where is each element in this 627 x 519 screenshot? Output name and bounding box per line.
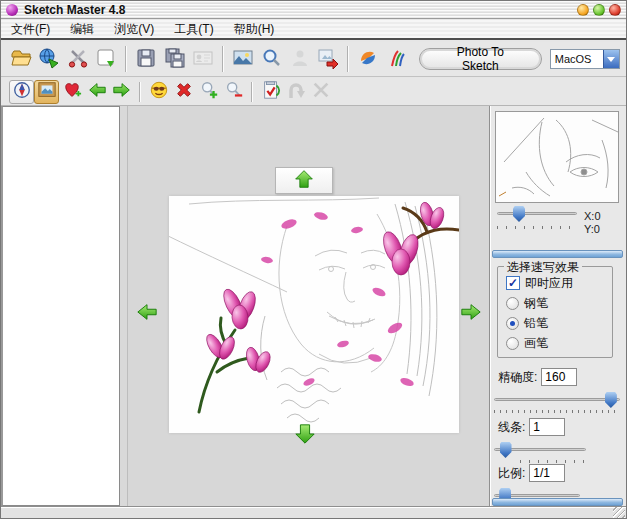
- x-coordinate: X:0: [584, 210, 601, 222]
- previous-button[interactable]: [84, 80, 109, 104]
- contact-card-button[interactable]: [189, 45, 217, 74]
- discard-button[interactable]: [308, 80, 333, 104]
- style-dropdown[interactable]: MacOS: [550, 49, 620, 69]
- pan-left-arrow-icon: [136, 301, 158, 326]
- slider-track[interactable]: [494, 398, 620, 401]
- pan-left-button[interactable]: [134, 300, 160, 326]
- slider-track[interactable]: [497, 212, 577, 215]
- launch-button[interactable]: [9, 80, 34, 104]
- lines-input[interactable]: [529, 418, 565, 436]
- red-x-icon: [174, 80, 194, 103]
- sketch-image: [169, 196, 459, 433]
- acquire-button[interactable]: [35, 45, 63, 74]
- paint-button[interactable]: [383, 45, 411, 74]
- save-as-icon: [164, 47, 186, 72]
- toolbar-separator: [125, 46, 127, 72]
- menu-tools[interactable]: 工具(T): [174, 21, 213, 38]
- panel-splitter[interactable]: [120, 106, 127, 506]
- lines-slider[interactable]: [494, 442, 586, 458]
- toolbar-separator: [347, 46, 349, 72]
- tools-button[interactable]: [64, 45, 92, 74]
- zoom-in-button[interactable]: [196, 80, 221, 104]
- pan-down-arrow-icon: [294, 423, 316, 448]
- menu-file[interactable]: 文件(F): [11, 21, 50, 38]
- precision-input[interactable]: [541, 368, 577, 386]
- toolbar-separator: [139, 82, 141, 102]
- navigation-toolbar: [1, 78, 626, 106]
- style-dropdown-value: MacOS: [551, 53, 603, 65]
- window-title: Sketch Master 4.8: [24, 3, 125, 17]
- menu-edit[interactable]: 编辑: [70, 21, 94, 38]
- pen-radio[interactable]: [506, 297, 519, 310]
- pan-right-arrow-icon: [460, 301, 482, 326]
- effect-group-title: 选择速写效果: [504, 259, 582, 276]
- preview-thumbnail: [495, 111, 619, 203]
- close-button[interactable]: [609, 4, 621, 16]
- maximize-button[interactable]: [593, 4, 605, 16]
- pan-up-button[interactable]: [275, 167, 333, 194]
- open-button[interactable]: [7, 45, 35, 74]
- pan-down-button[interactable]: [292, 422, 318, 448]
- brush-radio-label: 画笔: [524, 335, 548, 352]
- y-coordinate: Y:0: [584, 223, 600, 235]
- new-canvas-icon: [95, 47, 117, 72]
- zoom-out-icon: [224, 80, 244, 103]
- gray-x-icon: [311, 80, 331, 103]
- photo-to-sketch-button[interactable]: Photo To Sketch: [419, 48, 542, 70]
- slider-thumb[interactable]: [513, 206, 525, 222]
- panel-divider-bottom: [492, 498, 623, 506]
- ratio-input[interactable]: [529, 464, 565, 482]
- magnify-button[interactable]: [257, 45, 285, 74]
- slider-ticks: [494, 410, 620, 413]
- resize-grip[interactable]: [613, 507, 625, 519]
- favorite-add-button[interactable]: [59, 80, 84, 104]
- apply-button[interactable]: [258, 80, 283, 104]
- user-button[interactable]: [286, 45, 314, 74]
- preview-zoom-slider[interactable]: [497, 206, 577, 222]
- delete-button[interactable]: [171, 80, 196, 104]
- menu-help[interactable]: 帮助(H): [234, 21, 275, 38]
- precision-slider[interactable]: [494, 392, 620, 408]
- magnifier-icon: [261, 47, 283, 72]
- menu-view[interactable]: 浏览(V): [114, 21, 154, 38]
- save-as-button[interactable]: [160, 45, 188, 74]
- pencil-radio-label: 铅笔: [524, 315, 548, 332]
- pan-up-arrow-icon: [294, 169, 314, 192]
- new-canvas-button[interactable]: [92, 45, 120, 74]
- file-list-panel[interactable]: [1, 106, 120, 506]
- canvas-area: [127, 106, 489, 506]
- precision-label: 精确度:: [498, 369, 537, 386]
- contact-card-icon: [192, 47, 214, 72]
- minimize-button[interactable]: [577, 4, 589, 16]
- arrow-right-icon: [112, 80, 132, 103]
- toolbar-separator: [251, 82, 253, 102]
- zoom-out-button[interactable]: [221, 80, 246, 104]
- share-button[interactable]: [354, 45, 382, 74]
- pencil-radio[interactable]: [506, 317, 519, 330]
- slider-thumb[interactable]: [605, 392, 617, 408]
- title-bar[interactable]: Sketch Master 4.8: [1, 1, 626, 19]
- share-swirl-icon: [357, 47, 379, 72]
- image-icon: [232, 47, 254, 72]
- slider-thumb[interactable]: [500, 442, 512, 458]
- instant-apply-checkbox[interactable]: ✓: [506, 276, 520, 290]
- app-icon: [6, 4, 18, 16]
- toolbar-separator: [222, 46, 224, 72]
- dropdown-button[interactable]: [603, 50, 619, 68]
- next-button[interactable]: [109, 80, 134, 104]
- slider-ticks: [520, 460, 586, 463]
- smiley-effect-button[interactable]: [146, 80, 171, 104]
- save-button[interactable]: [132, 45, 160, 74]
- brush-radio[interactable]: [506, 337, 519, 350]
- globe-icon: [38, 47, 60, 72]
- instant-apply-label: 即时应用: [525, 275, 573, 292]
- pan-right-button[interactable]: [458, 300, 484, 326]
- picture-frame-button[interactable]: [34, 80, 59, 104]
- main-toolbar: Photo To Sketch MacOS: [1, 42, 626, 77]
- undo-button[interactable]: [283, 80, 308, 104]
- panel-divider-top: [492, 250, 623, 258]
- compass-icon: [12, 80, 32, 103]
- image-button[interactable]: [229, 45, 257, 74]
- export-image-icon: [317, 47, 339, 72]
- export-button[interactable]: [314, 45, 342, 74]
